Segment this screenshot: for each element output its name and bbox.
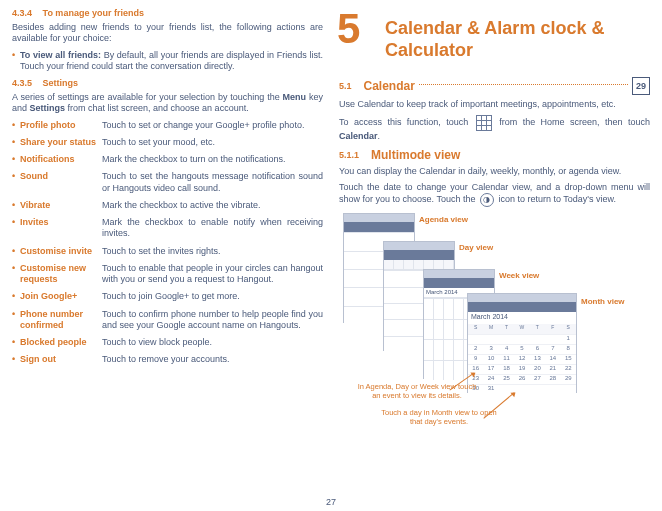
- setting-description: Touch to set your mood, etc.: [102, 137, 323, 148]
- settings-row: •Sign outTouch to remove your accounts.: [12, 354, 323, 365]
- intro-435: A series of settings are available for y…: [12, 92, 323, 115]
- p51-access: To access this function, touch from the …: [339, 115, 650, 142]
- today-icon: ◑: [480, 193, 494, 207]
- text-part: A series of settings are available for y…: [12, 92, 283, 102]
- bullet-label: To view all friends:: [20, 50, 101, 60]
- day-header-cell: F: [545, 324, 560, 334]
- settings-row: •NotificationsMark the checkbox to turn …: [12, 154, 323, 165]
- bullet-dot-icon: •: [12, 291, 20, 302]
- agenda-view-label: Agenda view: [419, 215, 468, 224]
- section-heading-435: 4.3.5 Settings: [12, 78, 323, 88]
- setting-description: Mark the checkbox to active the vibrate.: [102, 200, 323, 211]
- settings-row: •Profile photoTouch to set or change you…: [12, 120, 323, 131]
- bullet-dot-icon: •: [12, 246, 20, 257]
- bullet-dot-icon: •: [12, 137, 20, 148]
- section-title: Calendar: [364, 79, 415, 93]
- section-heading-51: 5.1 Calendar 29: [339, 77, 650, 95]
- settings-row: •Customise inviteTouch to set the invite…: [12, 246, 323, 257]
- section-title: Settings: [43, 78, 79, 88]
- month-view-label: Month view: [581, 297, 625, 306]
- caption-event-details: In Agenda, Day or Week view touch an eve…: [357, 383, 477, 400]
- setting-description: Touch to set the invites rights.: [102, 246, 323, 257]
- setting-description: Touch to confirm phone number to help pe…: [102, 309, 323, 332]
- chapter-title: Calendar & Alarm clock & Calculator: [385, 18, 650, 61]
- settings-row: •VibrateMark the checkbox to active the …: [12, 200, 323, 211]
- setting-label: Blocked people: [20, 337, 87, 348]
- day-header-cell: T: [499, 324, 514, 334]
- setting-label: Profile photo: [20, 120, 76, 131]
- section-title: Multimode view: [371, 148, 460, 162]
- intro-434: Besides adding new friends to your frien…: [12, 22, 323, 45]
- p51-intro: Use Calendar to keep track of important …: [339, 99, 650, 110]
- page-number: 27: [326, 497, 336, 507]
- bullet-dot-icon: •: [12, 337, 20, 348]
- app-grid-icon: [476, 115, 492, 131]
- day-header-cell: W: [514, 324, 529, 334]
- setting-description: Touch to enable that people in your circ…: [102, 263, 323, 286]
- caption-day-events: Touch a day in Month view to open that d…: [379, 409, 499, 426]
- p511-a: You can display the Calendar in daily, w…: [339, 166, 650, 177]
- chapter-number: 5: [337, 8, 360, 50]
- setting-label: Customise new requests: [20, 263, 102, 286]
- day-header-cell: M: [483, 324, 498, 334]
- bullet-dot-icon: •: [12, 354, 20, 365]
- text-part: from chat list screen, and choose an acc…: [65, 103, 249, 113]
- bullet-dot-icon: •: [12, 154, 20, 165]
- text-part: from the Home screen, then touch: [494, 118, 650, 128]
- settings-label: Settings: [30, 103, 66, 113]
- settings-row: •Phone number confirmedTouch to confirm …: [12, 309, 323, 332]
- day-header-cell: S: [468, 324, 483, 334]
- settings-row: •Customise new requestsTouch to enable t…: [12, 263, 323, 286]
- bullet-dot-icon: •: [12, 120, 20, 131]
- section-heading-434: 4.3.4 To manage your friends: [12, 8, 323, 18]
- setting-label: Notifications: [20, 154, 75, 165]
- setting-label: Invites: [20, 217, 49, 240]
- day-view-label: Day view: [459, 243, 493, 252]
- text-part: .: [378, 131, 381, 141]
- settings-row: •Share your statusTouch to set your mood…: [12, 137, 323, 148]
- setting-label: Phone number confirmed: [20, 309, 102, 332]
- setting-description: Mark the checkbox to enable notify when …: [102, 217, 323, 240]
- section-num: 5.1.1: [339, 150, 359, 160]
- setting-label: Share your status: [20, 137, 96, 148]
- menu-key-label: Menu: [283, 92, 307, 102]
- week-view-label: Week view: [499, 271, 539, 280]
- section-title: To manage your friends: [43, 8, 144, 18]
- p511-b: Touch the date to change your Calendar v…: [339, 182, 650, 207]
- month-header: March 2014: [468, 312, 576, 324]
- setting-description: Touch to join Google+ to get more.: [102, 291, 323, 302]
- bullet-dot-icon: •: [12, 200, 20, 211]
- day-header-cell: T: [530, 324, 545, 334]
- setting-label: Sound: [20, 171, 48, 194]
- month-view-phone: March 2014 SMTWTFS 1 2345678 91011121314…: [467, 293, 577, 393]
- settings-row: •InvitesMark the checkbox to enable noti…: [12, 217, 323, 240]
- settings-row: •Blocked peopleTouch to view block peopl…: [12, 337, 323, 348]
- setting-description: Touch to remove your accounts.: [102, 354, 323, 365]
- calendar-views-diagram: Agenda view Day view March 2014 Week vie…: [339, 213, 650, 423]
- day-header-cell: S: [561, 324, 576, 334]
- setting-description: Touch to set or change your Google+ prof…: [102, 120, 323, 131]
- bullet-434: • To view all friends: By default, all y…: [12, 50, 323, 73]
- settings-row: •SoundTouch to set the hangouts message …: [12, 171, 323, 194]
- leader-dots: [419, 84, 628, 85]
- text-part: To access this function, touch: [339, 118, 474, 128]
- bullet-dot-icon: •: [12, 217, 20, 240]
- text-part: icon to return to Today's view.: [496, 195, 616, 205]
- bullet-dot-icon: •: [12, 309, 20, 332]
- setting-description: Mark the checkbox to turn on the notific…: [102, 154, 323, 165]
- section-num: 4.3.5: [12, 78, 32, 88]
- settings-list: •Profile photoTouch to set or change you…: [12, 120, 323, 366]
- bullet-dot-icon: •: [12, 263, 20, 286]
- setting-label: Vibrate: [20, 200, 50, 211]
- setting-description: Touch to view block people.: [102, 337, 323, 348]
- calendar-icon: 29: [632, 77, 650, 95]
- bullet-dot-icon: •: [12, 171, 20, 194]
- bullet-dot-icon: •: [12, 50, 20, 73]
- settings-row: •Join Google+Touch to join Google+ to ge…: [12, 291, 323, 302]
- setting-label: Customise invite: [20, 246, 92, 257]
- section-num: 5.1: [339, 81, 352, 91]
- calendar-app-label: Calendar: [339, 131, 378, 141]
- setting-label: Sign out: [20, 354, 56, 365]
- bullet-text: To view all friends: By default, all you…: [20, 50, 323, 73]
- section-num: 4.3.4: [12, 8, 32, 18]
